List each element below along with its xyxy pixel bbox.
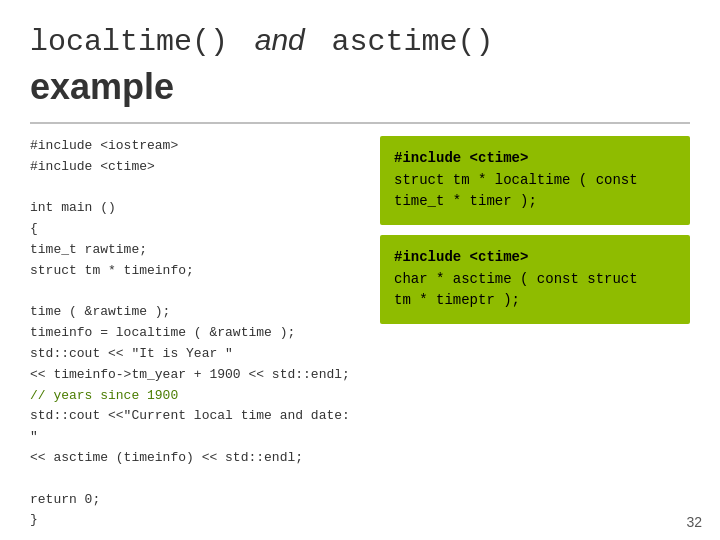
code-line-1: #include <iostream> [30, 136, 364, 157]
title-and: and [255, 23, 305, 56]
content-area: #include <iostream> #include <ctime> int… [30, 136, 690, 531]
box2-line1: #include <ctime> [394, 247, 676, 269]
code-line-3 [30, 178, 364, 199]
right-panel: #include <ctime> struct tm * localtime (… [380, 136, 690, 531]
code-line-8 [30, 282, 364, 303]
code-line-16 [30, 469, 364, 490]
box1-line3: time_t * timer ); [394, 191, 676, 213]
code-line-11: std::cout << "It is Year " [30, 344, 364, 365]
title-asctime: asctime() [331, 25, 493, 59]
slide: localtime() and asctime() example #inclu… [0, 0, 720, 540]
code-line-14: std::cout <<"Current local time and date… [30, 406, 364, 448]
code-line-15: << asctime (timeinfo) << std::endl; [30, 448, 364, 469]
box1-line1: #include <ctime> [394, 148, 676, 170]
green-box-asctime: #include <ctime> char * asctime ( const … [380, 235, 690, 324]
code-line-5: { [30, 219, 364, 240]
page-number: 32 [686, 514, 702, 530]
code-line-17: return 0; [30, 490, 364, 511]
code-line-12: << timeinfo->tm_year + 1900 << std::endl… [30, 365, 364, 386]
code-line-6: time_t rawtime; [30, 240, 364, 261]
left-code-panel: #include <iostream> #include <ctime> int… [30, 136, 364, 531]
code-line-9: time ( &rawtime ); [30, 302, 364, 323]
comment-1: // years since 1900 [30, 388, 178, 403]
divider [30, 122, 690, 124]
code-line-4: int main () [30, 198, 364, 219]
box2-line2: char * asctime ( const struct [394, 269, 676, 291]
title-line: localtime() and asctime() [30, 20, 690, 60]
title-localtime: localtime() [30, 25, 228, 59]
code-line-10: timeinfo = localtime ( &rawtime ); [30, 323, 364, 344]
box2-line3: tm * timeptr ); [394, 290, 676, 312]
box1-line2: struct tm * localtime ( const [394, 170, 676, 192]
code-line-2: #include <ctime> [30, 157, 364, 178]
code-line-7: struct tm * timeinfo; [30, 261, 364, 282]
green-box-localtime: #include <ctime> struct tm * localtime (… [380, 136, 690, 225]
code-line-13: // years since 1900 [30, 386, 364, 407]
title-example: example [30, 66, 690, 108]
code-line-18: } [30, 510, 364, 531]
code-block: #include <iostream> #include <ctime> int… [30, 136, 364, 531]
